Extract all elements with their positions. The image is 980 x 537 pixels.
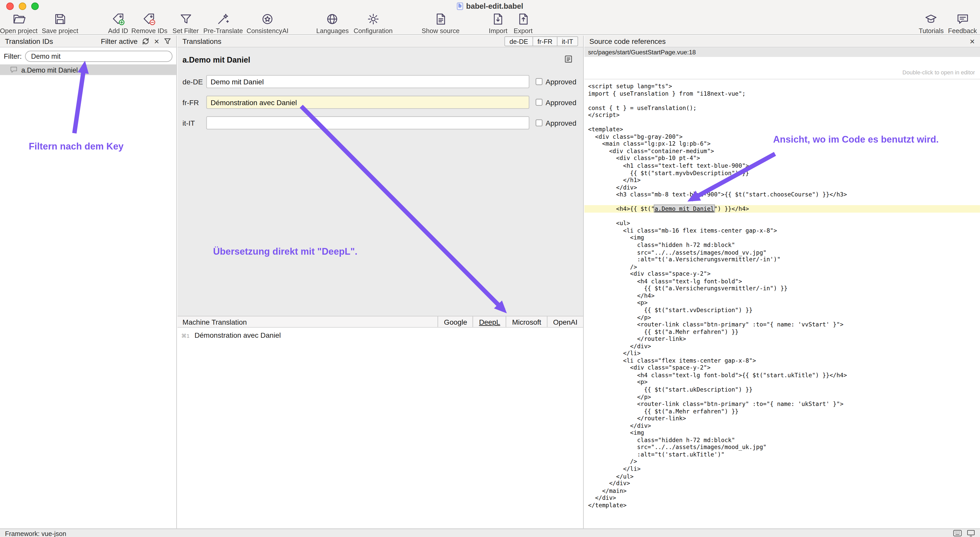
- code-line: </ul>: [584, 473, 980, 480]
- mt-provider-tab-deepl[interactable]: DeepL: [473, 317, 506, 327]
- approved-label: Approved: [546, 99, 576, 106]
- toolbar-tutorials[interactable]: Tutorials: [919, 12, 943, 34]
- toolbar-export[interactable]: Export: [514, 12, 533, 34]
- toolbar-configuration[interactable]: Configuration: [354, 12, 393, 34]
- close-panel-icon[interactable]: ✕: [969, 38, 975, 45]
- language-tab-it-IT[interactable]: it-IT: [557, 37, 578, 46]
- source-reference-item[interactable]: src/pages/start/GuestStartPage.vue:18: [584, 48, 980, 57]
- translation-ids-panel: Translation IDs Filter active ✕ Filter: …: [0, 36, 177, 529]
- code-line: </div>: [584, 480, 980, 487]
- id-list: a.Demo mit Daniel: [0, 64, 176, 529]
- mt-provider-tab-google[interactable]: Google: [438, 317, 473, 327]
- code-line: <img: [584, 429, 980, 437]
- toolbar-feedback[interactable]: Feedback: [948, 12, 977, 34]
- code-line: {{ $t("a.Mehr erfahren") }}: [584, 328, 980, 335]
- translation-id-item[interactable]: a.Demo mit Daniel: [0, 64, 176, 75]
- source-reference-path: src/pages/start/GuestStartPage.vue:18: [588, 49, 696, 56]
- toolbar-label: Save project: [42, 27, 78, 34]
- code-line: <img: [584, 234, 980, 241]
- code-line: src="../../assets/images/mood_uk.jpg": [584, 444, 980, 451]
- approved-label: Approved: [546, 78, 576, 85]
- code-line: </div>: [584, 343, 980, 350]
- language-tabs: de-DEfr-FRit-IT: [504, 36, 578, 46]
- code-line: class="hidden h-72 md:block": [584, 241, 980, 249]
- code-line: />: [584, 263, 980, 270]
- toolbar: b babel-edit.babel Open projectSave proj…: [0, 0, 980, 35]
- code-line: <h4>{{ $t("a.Demo mit Daniel") }}</h4>: [584, 206, 980, 213]
- code-line: </script>: [584, 112, 980, 119]
- toolbar-import[interactable]: Import: [489, 12, 508, 34]
- mt-suggestion-row[interactable]: ⌘1 Démonstration avec Daniel: [181, 331, 281, 339]
- toolbar-pre-translate[interactable]: Pre-Translate: [204, 12, 243, 34]
- code-line: </p>: [584, 314, 980, 321]
- approved-checkbox-it-IT[interactable]: [536, 120, 542, 126]
- translation-ids-title: Translation IDs: [5, 37, 53, 45]
- toolbar-label: Export: [514, 27, 533, 34]
- code-line: src="../../assets/images/mood_vv.jpg": [584, 249, 980, 256]
- toolbar-remove-ids[interactable]: Remove IDs: [131, 12, 167, 34]
- note-icon[interactable]: [564, 55, 573, 63]
- translation-row-de-DE: de-DEApproved: [183, 75, 578, 88]
- titlebar: b babel-edit.babel: [0, 0, 980, 11]
- language-label: de-DE: [183, 78, 206, 85]
- toolbar-open-project[interactable]: Open project: [0, 12, 37, 34]
- save-project-icon: [54, 12, 67, 26]
- entry-title: a.Demo mit Daniel: [183, 56, 250, 64]
- mt-provider-tab-openai[interactable]: OpenAI: [547, 317, 583, 327]
- translation-input-de-DE[interactable]: [206, 75, 530, 88]
- approved-checkbox-fr-FR[interactable]: [536, 99, 542, 106]
- toolbar-label: Configuration: [354, 27, 393, 34]
- export-icon: [517, 12, 530, 26]
- code-view: <script setup lang="ts">import { useTran…: [584, 79, 980, 528]
- language-label: it-IT: [183, 119, 206, 127]
- code-line: import { useTranslation } from "i18next-…: [584, 90, 980, 97]
- translation-input-it-IT[interactable]: [206, 116, 530, 129]
- filter-funnel-icon[interactable]: [164, 37, 171, 45]
- code-line: </h4>: [584, 292, 980, 299]
- language-label: fr-FR: [183, 99, 206, 106]
- approved-label: Approved: [546, 119, 576, 127]
- filter-input[interactable]: [25, 50, 172, 62]
- filter-row: Filter:: [0, 48, 176, 64]
- mt-suggestion-text: Démonstration avec Daniel: [194, 331, 281, 339]
- source-references-header: Source code references ✕: [584, 36, 980, 48]
- keyboard-icon[interactable]: [953, 530, 962, 537]
- refresh-icon[interactable]: [142, 37, 150, 45]
- source-references-panel: Source code references ✕ src/pages/start…: [584, 36, 980, 529]
- toolbar-label: Languages: [316, 27, 349, 34]
- babeledit-window: b babel-edit.babel Open projectSave proj…: [0, 0, 980, 537]
- toolbar-label: ConsistencyAI: [247, 27, 289, 34]
- toolbar-set-filter[interactable]: Set Filter: [172, 12, 199, 34]
- code-line: <h4 class="text-lg font-bold">: [584, 277, 980, 285]
- open-project-icon: [12, 12, 25, 26]
- framework-label: Framework: vue-json: [5, 529, 66, 537]
- code-line: </div>: [584, 183, 980, 191]
- code-line: </div>: [584, 494, 980, 501]
- clear-filter-icon[interactable]: ✕: [154, 38, 159, 45]
- toolbar-label: Add ID: [108, 27, 128, 34]
- mt-provider-tab-microsoft[interactable]: Microsoft: [506, 317, 547, 327]
- language-tab-fr-FR[interactable]: fr-FR: [533, 37, 557, 46]
- toolbar-languages[interactable]: Languages: [316, 12, 349, 34]
- code-line: </li>: [584, 465, 980, 472]
- window-title: b babel-edit.babel: [0, 0, 980, 12]
- language-tab-de-DE[interactable]: de-DE: [505, 37, 533, 46]
- code-line: [584, 97, 980, 104]
- code-line: {{ $t("a.Versicherungsvermittler/-in") }…: [584, 285, 980, 292]
- toolbar-show-source[interactable]: Show source: [422, 12, 460, 34]
- code-line: </router-link>: [584, 335, 980, 343]
- approved-checkbox-de-DE[interactable]: [536, 78, 542, 85]
- highlighted-translation-key[interactable]: a.Demo mit Daniel: [654, 206, 714, 212]
- toolbar-add-id[interactable]: Add ID: [108, 12, 128, 34]
- display-icon[interactable]: [967, 530, 975, 537]
- translations-header: Translations de-DEfr-FRit-IT: [178, 36, 583, 48]
- toolbar-consistencyai[interactable]: ConsistencyAI: [247, 12, 289, 34]
- code-line: {{ $t("start.myvbvDescription") }}: [584, 169, 980, 177]
- code-line: <script setup lang="ts">: [584, 83, 980, 90]
- code-line: </h1>: [584, 177, 980, 183]
- code-line: <h1 class="text-left text-blue-900">: [584, 162, 980, 169]
- translation-input-fr-FR[interactable]: [206, 96, 530, 109]
- machine-translation-title: Machine Translation: [183, 318, 247, 325]
- toolbar-save-project[interactable]: Save project: [42, 12, 78, 34]
- toolbar-label: Import: [489, 27, 508, 34]
